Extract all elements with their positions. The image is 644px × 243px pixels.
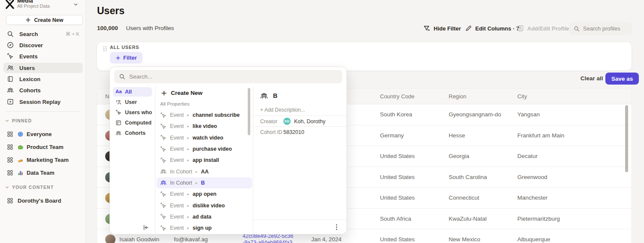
globe-icon [18, 131, 24, 137]
cell-distinct-id[interactable]: 42c08e49-2e92-5c36-9a73-a84eb8684fa3 [243, 233, 295, 243]
caret-right-icon: ▸ [187, 204, 189, 208]
add-filter-button[interactable]: Filter [110, 52, 143, 64]
profile-card-icon [517, 25, 524, 32]
sidebar-board-product-team[interactable]: Product Team [3, 142, 83, 152]
cohort-id-value: 5832010 [283, 129, 304, 135]
category-computed[interactable]: Computed [113, 118, 152, 128]
discover-icon [7, 42, 14, 49]
event-icon [160, 191, 167, 197]
your-content-section-label: YOUR CONTENT [12, 185, 54, 190]
event-icon [160, 112, 167, 118]
sidebar-item-search[interactable]: Search ⌘ + K [3, 29, 83, 39]
picker-create-new-button[interactable]: Create New [161, 90, 203, 96]
cell-region: Georgia [449, 146, 469, 167]
picker-search-box[interactable] [114, 70, 342, 83]
aa-icon: Aa [115, 89, 122, 95]
board-grid-icon [7, 144, 13, 150]
drag-handle-icon[interactable] [103, 46, 107, 52]
column-header-city[interactable]: City [517, 88, 527, 104]
create-new-button[interactable]: Create New [6, 15, 83, 25]
caret-right-icon: ▸ [195, 170, 197, 174]
picker-item-event-app-install[interactable]: Event▸app install [157, 155, 252, 166]
cohorts-icon [115, 130, 122, 136]
add-description-button[interactable]: + Add Description... [260, 107, 305, 113]
board-grid-icon [7, 157, 13, 163]
event-icon [160, 202, 167, 209]
search-icon [119, 73, 125, 80]
computed-icon [115, 120, 122, 126]
column-header-country-code[interactable]: Country Code [380, 88, 414, 104]
picker-item-event-channel-subscribe[interactable]: Event▸channel subscribe [157, 109, 252, 121]
users-icon [7, 64, 14, 71]
detail-footer-divider [253, 219, 346, 220]
column-header-region[interactable]: Region [449, 88, 466, 104]
picker-item-list: Event▸channel subscribe Event▸like video… [157, 109, 252, 234]
picker-item-event-dislike-video[interactable]: Event▸dislike video [157, 200, 252, 211]
category-user[interactable]: User [113, 97, 152, 107]
collapse-panel-icon[interactable] [143, 224, 150, 232]
caret-right-icon: ▸ [187, 158, 189, 162]
sidebar-board-marketing-team[interactable]: Marketing Team [3, 155, 83, 165]
sidebar-item-events[interactable]: Events [3, 51, 83, 61]
category-cohorts[interactable]: Cohorts [113, 128, 152, 138]
edit-columns-button[interactable]: Edit Columns · 7 [465, 25, 519, 32]
sidebar-board-data-team[interactable]: Data Team [3, 167, 83, 178]
events-icon [115, 109, 122, 115]
sidebar-board-dorothys-board[interactable]: Dorothy's Board [3, 195, 83, 206]
more-options-icon[interactable] [333, 223, 340, 231]
chevron-down-icon[interactable] [73, 2, 79, 7]
your-content-section-header[interactable]: YOUR CONTENT [5, 185, 54, 190]
sidebar-item-label: Search [19, 31, 38, 37]
picker-item-cohort-aa[interactable]: In Cohort▸AA [157, 166, 252, 177]
picker-item-event-purchase-video[interactable]: Event▸purchase video [157, 143, 252, 155]
search-profiles-input[interactable] [583, 25, 628, 32]
sidebar-item-lexicon[interactable]: Lexicon [3, 74, 83, 84]
picker-search-input[interactable] [129, 73, 337, 80]
picker-item-event-like-video[interactable]: Event▸like video [157, 121, 252, 132]
sidebar-board-everyone[interactable]: Everyone [3, 129, 83, 140]
sidebar-item-cohorts[interactable]: Cohorts [3, 85, 83, 95]
add-edit-profile-button[interactable]: Add/Edit Profile [517, 25, 569, 32]
picker-scrollbar[interactable] [248, 88, 250, 135]
category-all[interactable]: Aa All [113, 87, 152, 97]
session-replay-icon [7, 98, 14, 105]
sidebar-item-discover[interactable]: Discover [3, 40, 83, 50]
picker-item-event-watch-video[interactable]: Event▸watch video [157, 132, 252, 143]
cell-city: Manchester [517, 188, 548, 209]
pinned-section-header[interactable]: PINNED [5, 118, 32, 123]
funnel-icon [423, 25, 430, 32]
board-label: Marketing Team [27, 157, 69, 163]
create-new-label: Create New [34, 17, 63, 23]
category-users-who-did[interactable]: Users who di... [113, 108, 152, 117]
table-scrollbar[interactable] [625, 105, 628, 172]
creator-row: Creator KD Koh, Dorothy [260, 116, 342, 126]
cohort-icon [160, 168, 167, 175]
sidebar-item-session-replay[interactable]: Session Replay [3, 97, 83, 107]
cell-country: South Africa [380, 209, 411, 230]
page-title: Users [97, 5, 125, 17]
clear-all-button[interactable]: Clear all [580, 75, 603, 82]
media-logo-icon [4, 0, 15, 9]
picker-item-event-app-open[interactable]: Event▸app open [157, 188, 252, 200]
event-icon [160, 225, 167, 231]
picker-item-event-ad-data[interactable]: Event▸ad data [157, 211, 252, 222]
picker-item-event-sign-up[interactable]: Event▸sign up [157, 222, 252, 234]
lexicon-icon [7, 76, 14, 82]
picker-item-cohort-b[interactable]: In Cohort▸B [157, 177, 252, 188]
save-as-button[interactable]: Save as [605, 73, 639, 85]
board-label: Product Team [27, 144, 64, 150]
caret-right-icon: ▸ [187, 147, 189, 151]
category-label: Computed [125, 120, 152, 126]
category-label: Cohorts [125, 130, 146, 136]
sidebar-item-users[interactable]: Users [3, 63, 83, 73]
cohort-detail-header: B [260, 92, 277, 100]
sidebar-item-label: Cohorts [19, 87, 41, 94]
search-profiles-box[interactable] [569, 22, 632, 35]
detail-divider [253, 115, 346, 116]
cell-city: Frankfurt am Main [517, 125, 565, 146]
category-label: All [125, 89, 132, 95]
hide-filter-button[interactable]: Hide Filter [423, 25, 461, 32]
event-icon [160, 213, 167, 220]
cohort-icon [260, 92, 268, 100]
cell-country: Germany [380, 125, 404, 146]
